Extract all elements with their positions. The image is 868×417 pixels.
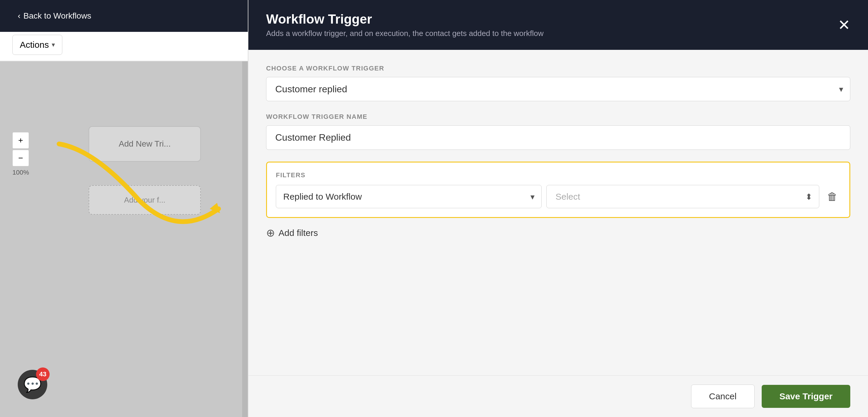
- filter-value-select[interactable]: Select: [547, 185, 819, 208]
- back-label: Back to Workflows: [23, 11, 91, 21]
- svg-marker-0: [210, 203, 220, 213]
- back-arrow-icon: ‹: [18, 11, 20, 21]
- trigger-name-label: WORKFLOW TRIGGER NAME: [266, 113, 850, 120]
- cancel-button[interactable]: Cancel: [691, 385, 754, 408]
- canvas-area: + − 100% Add New Tri... Add your f...: [0, 61, 242, 417]
- actions-label: Actions: [20, 40, 49, 50]
- workflow-trigger-panel: Workflow Trigger Adds a workflow trigger…: [248, 0, 868, 417]
- zoom-out-button[interactable]: −: [12, 150, 29, 166]
- filters-section: FILTERS Replied to Workflow ▾ Select ⬍ 🗑: [266, 162, 850, 218]
- actions-dropdown[interactable]: Actions ▾: [12, 35, 62, 55]
- panel-header: Workflow Trigger Adds a workflow trigger…: [248, 0, 868, 50]
- add-filters-button[interactable]: ⊕ Add filters: [266, 227, 850, 239]
- zoom-controls: + − 100%: [12, 132, 29, 176]
- filter-type-wrapper: Replied to Workflow ▾: [276, 185, 541, 208]
- trigger-select-wrapper: Customer replied ▾: [266, 77, 850, 101]
- filter-type-select[interactable]: Replied to Workflow: [276, 185, 541, 208]
- filter-delete-button[interactable]: 🗑: [824, 187, 840, 206]
- chat-widget[interactable]: 💬 43: [18, 370, 47, 399]
- trigger-name-input[interactable]: [266, 125, 850, 150]
- zoom-level: 100%: [12, 169, 29, 176]
- panel-header-left: Workflow Trigger Adds a workflow trigger…: [266, 12, 544, 38]
- add-filters-label: Add filters: [279, 228, 318, 238]
- save-trigger-button[interactable]: Save Trigger: [762, 385, 850, 408]
- filters-label: FILTERS: [276, 171, 840, 179]
- panel-body: CHOOSE A WORKFLOW TRIGGER Customer repli…: [248, 50, 868, 375]
- chat-icon-button[interactable]: 💬 43: [18, 370, 47, 399]
- trigger-section-label: CHOOSE A WORKFLOW TRIGGER: [266, 65, 850, 72]
- filter-row: Replied to Workflow ▾ Select ⬍ 🗑: [276, 185, 840, 208]
- panel-subtitle: Adds a workflow trigger, and on executio…: [266, 29, 544, 38]
- zoom-in-button[interactable]: +: [12, 132, 29, 149]
- actions-chevron-icon: ▾: [52, 41, 55, 49]
- workflow-action-node[interactable]: Add your f...: [89, 185, 201, 215]
- add-filters-icon: ⊕: [266, 227, 275, 239]
- workflow-trigger-node[interactable]: Add New Tri...: [89, 126, 201, 162]
- back-to-workflows-link[interactable]: ‹ Back to Workflows: [18, 11, 91, 21]
- chat-badge: 43: [36, 368, 50, 381]
- trigger-select[interactable]: Customer replied: [266, 77, 850, 101]
- panel-title: Workflow Trigger: [266, 12, 544, 27]
- panel-footer: Cancel Save Trigger: [248, 375, 868, 417]
- close-panel-button[interactable]: ✕: [838, 18, 850, 32]
- filter-value-wrapper: Select ⬍: [547, 185, 819, 208]
